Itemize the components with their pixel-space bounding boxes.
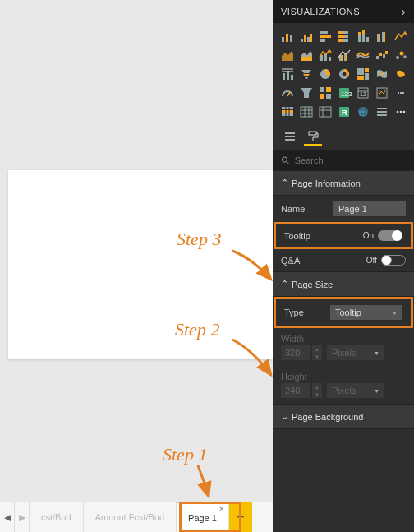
viz-line-stacked-icon[interactable] (279, 47, 296, 63)
section-title: Page Size (292, 280, 333, 289)
tooltip-toggle[interactable]: On (363, 230, 402, 241)
viz-globe-icon[interactable] (355, 104, 371, 120)
plus-icon: + (237, 510, 244, 525)
chevron-right-icon: › (402, 5, 406, 18)
chevron-down-icon: ▼ (392, 310, 398, 316)
viz-r-script-icon[interactable]: R (336, 104, 352, 120)
viz-stacked-area-icon[interactable] (279, 28, 296, 44)
svg-rect-40 (287, 71, 289, 80)
fields-mode-button[interactable] (281, 128, 299, 146)
tab-nav-next[interactable]: ▶ (15, 502, 30, 532)
caret-down-icon: ▼ (312, 353, 322, 360)
viz-funnel-icon[interactable] (279, 104, 296, 120)
viz-more-h-icon[interactable] (374, 104, 390, 120)
svg-marker-44 (301, 70, 311, 73)
prop-name: Name (273, 196, 414, 222)
page-tab-2[interactable]: Page 1 ✕ (177, 502, 229, 532)
add-page-button[interactable]: + (229, 502, 252, 532)
toggle-off-icon (381, 255, 406, 266)
search-icon (281, 155, 290, 165)
viz-waterfall-icon[interactable] (336, 47, 352, 63)
svg-rect-75 (301, 107, 312, 117)
svg-rect-15 (343, 39, 348, 42)
svg-rect-41 (291, 75, 293, 80)
viz-map-icon[interactable] (355, 66, 371, 82)
section-page-background[interactable]: ⌄ Page Background (273, 404, 414, 429)
svg-rect-19 (362, 30, 365, 34)
viz-table-icon[interactable] (374, 85, 390, 101)
type-label: Type (284, 308, 304, 317)
svg-rect-58 (326, 87, 331, 92)
viz-stacked-bar-icon[interactable] (298, 28, 315, 44)
width-spinner: 320 ▲▼ (281, 345, 322, 360)
name-input[interactable] (334, 201, 406, 216)
qa-toggle[interactable]: Off (366, 255, 406, 266)
svg-rect-89 (377, 111, 387, 113)
svg-rect-95 (285, 136, 295, 137)
spinner-buttons: ▲▼ (312, 345, 322, 360)
svg-rect-23 (382, 32, 384, 42)
svg-rect-52 (365, 73, 369, 80)
svg-rect-29 (341, 55, 343, 61)
viz-line-icon[interactable] (374, 28, 390, 44)
svg-rect-34 (383, 54, 385, 58)
viz-multi-card-icon[interactable] (298, 85, 315, 101)
panel-header[interactable]: VISUALIZATIONS › (273, 0, 414, 23)
svg-point-68 (400, 92, 402, 94)
unit-value: Pixels (332, 386, 356, 396)
toggle-state-text: Off (366, 256, 377, 265)
viz-area-icon[interactable] (393, 28, 409, 44)
viz-clustered-bar-icon[interactable] (317, 28, 334, 44)
tab-nav-prev[interactable]: ◀ (0, 502, 15, 532)
svg-marker-46 (305, 77, 308, 79)
close-icon[interactable]: ✕ (218, 505, 225, 513)
viz-combo2-icon[interactable] (393, 47, 409, 63)
viz-card-icon[interactable] (279, 85, 296, 101)
svg-point-54 (381, 73, 384, 76)
viz-treemap-icon[interactable] (298, 66, 315, 82)
viz-kpi-icon[interactable] (317, 85, 334, 101)
arrow-step2 (228, 335, 278, 381)
arrow-step1 (186, 462, 218, 502)
svg-line-99 (287, 162, 289, 164)
svg-rect-18 (362, 34, 365, 42)
viz-filter-icon[interactable] (298, 104, 315, 120)
viz-shape-icon[interactable] (393, 85, 409, 101)
section-page-size[interactable]: ⌃ Page Size (273, 271, 414, 297)
viz-python-icon[interactable] (317, 104, 334, 120)
svg-rect-0 (282, 37, 284, 42)
viz-more-icon[interactable] (393, 104, 409, 120)
svg-rect-1 (286, 34, 288, 42)
viz-stacked-column-icon[interactable] (336, 28, 352, 44)
svg-point-92 (400, 111, 402, 113)
viz-funnel-h-icon[interactable] (279, 66, 296, 82)
viz-gauge-icon[interactable] (393, 66, 409, 82)
viz-scatter-icon[interactable] (355, 47, 371, 63)
viz-combo1-icon[interactable] (374, 47, 390, 63)
viz-gallery: 123 12 R (273, 23, 414, 123)
page-tab-1[interactable]: Amount Fcst/Bud (84, 502, 177, 532)
prop-tooltip: Tooltip On (274, 222, 413, 249)
section-page-information[interactable]: ⌃ Page Information (273, 170, 414, 196)
svg-point-38 (403, 55, 407, 58)
viz-donut-icon[interactable] (336, 66, 352, 82)
viz-ribbon-icon[interactable] (317, 47, 334, 63)
viz-filled-map-icon[interactable] (374, 66, 390, 82)
viz-slicer-icon[interactable]: 123 (336, 85, 352, 101)
viz-matrix-icon[interactable]: 12 (355, 85, 371, 101)
svg-rect-80 (320, 107, 331, 117)
search-input[interactable] (295, 155, 406, 165)
viz-pie-icon[interactable] (317, 66, 334, 82)
svg-rect-14 (338, 39, 343, 42)
viz-line-clustered-icon[interactable] (298, 47, 315, 63)
viz-clustered-column-icon[interactable] (355, 28, 371, 44)
page-tab-label: Amount Fcst/Bud (95, 512, 164, 522)
page-tab-0[interactable]: cst/Bud (30, 502, 84, 532)
format-mode-button[interactable] (304, 128, 322, 146)
type-dropdown[interactable]: Tooltip ▼ (330, 305, 402, 320)
svg-rect-33 (380, 53, 382, 56)
chevron-up-icon: ⌃ (281, 178, 288, 188)
chevron-down-icon: ▼ (374, 350, 380, 356)
toggle-on-icon (378, 230, 402, 241)
dropdown-value: Tooltip (335, 308, 361, 317)
